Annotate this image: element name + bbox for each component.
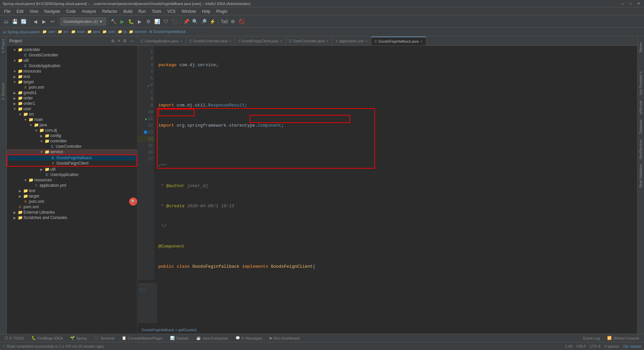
maven-panel-label[interactable]: Maven — [638, 40, 643, 55]
tree-item-28[interactable]: Xpom.xml — [7, 199, 137, 204]
search-popup-icon[interactable]: 🔍 — [129, 198, 137, 206]
tree-item-10[interactable]: ▶📁order1 — [7, 101, 137, 106]
tree-arrow-22[interactable]: ▶ — [39, 168, 44, 171]
tree-item-25[interactable]: Yapplication.yml — [7, 183, 137, 188]
indent-status[interactable]: 4 spaces — [604, 344, 619, 348]
tree-item-15[interactable]: ▼📁com.dj — [7, 128, 137, 133]
event-log-tab[interactable]: Event Log — [580, 336, 603, 341]
database-label[interactable]: Database — [638, 117, 643, 137]
menu-edit[interactable]: Edit — [14, 8, 26, 14]
stop-btn[interactable]: ⬛ — [171, 17, 179, 26]
code-content[interactable]: package com.dj.service; import com.dj.ut… — [154, 46, 637, 280]
tree-arrow-14[interactable]: ▼ — [28, 123, 34, 127]
run-config-dropdown[interactable]: GoodsApplication (1) ▼ — [60, 17, 106, 26]
ahkcode-label[interactable]: aHKcode — [638, 98, 643, 117]
tree-arrow-13[interactable]: ▼ — [23, 118, 28, 122]
tree-item-29[interactable]: Xpom.xml — [7, 204, 137, 210]
tree-arrow-31[interactable]: ▶ — [12, 216, 17, 220]
tree-arrow-9[interactable]: ▶ — [12, 96, 17, 100]
forward-btn[interactable]: ▶ — [40, 17, 48, 26]
pin-btn[interactable]: 📌 — [182, 17, 191, 26]
tree-arrow-19[interactable]: ▼ — [39, 150, 44, 154]
search-btn[interactable]: 🔍 — [191, 17, 199, 26]
terminal-tab[interactable]: ⬛ Terminal — [91, 335, 118, 341]
debug2-btn[interactable]: ⚙ — [145, 17, 153, 26]
jrebel-console-tab[interactable]: 🔁 JRebel Console — [604, 335, 643, 341]
menu-view[interactable]: View — [27, 8, 41, 14]
structure-panel-label[interactable]: 2: Structure — [1, 80, 6, 103]
messages-tab[interactable]: 💬 0: Messages — [232, 335, 266, 341]
bc-service[interactable]: 📁 service — [129, 30, 146, 34]
bc-com[interactable]: 📁 com — [102, 30, 115, 34]
tree-item-21[interactable]: IGoodsFeignClient — [7, 161, 137, 166]
bc-java[interactable]: 📁 java — [87, 30, 100, 34]
window-controls[interactable]: — □ ✕ — [620, 1, 641, 6]
encoding-status[interactable]: UTF-8 — [590, 344, 600, 348]
tree-item-27[interactable]: ▶📁target — [7, 193, 137, 199]
settings-btn[interactable]: ⚙ — [229, 17, 237, 26]
menu-navigate[interactable]: Navigate — [42, 8, 63, 14]
rest-services-label[interactable]: RestServices — [638, 137, 643, 162]
profile-btn[interactable]: 📊 — [153, 17, 161, 26]
tree-item-18[interactable]: CUserController — [7, 144, 137, 149]
bc-file[interactable]: ⚙ GoodsFeginfallback — [149, 30, 186, 34]
tab-close[interactable]: ✕ — [365, 39, 368, 43]
line-col-status[interactable]: 1:49 — [565, 344, 572, 348]
menu-file[interactable]: File — [1, 8, 13, 14]
tree-arrow-4[interactable]: ▼ — [12, 70, 17, 73]
tree-item-14[interactable]: ▼📁java — [7, 122, 137, 128]
tree-arrow-0[interactable]: ▼ — [12, 48, 17, 52]
tail-btn[interactable]: Tail — [220, 17, 228, 26]
tree-item-7[interactable]: Xpom.xml — [7, 85, 137, 90]
tab-close[interactable]: ✕ — [420, 40, 423, 43]
tree-item-17[interactable]: ▼📁controller — [7, 138, 137, 144]
tree-item-26[interactable]: ▶📁test — [7, 188, 137, 193]
tree-arrow-12[interactable]: ▼ — [17, 113, 23, 116]
menu-vcs[interactable]: VCS — [165, 8, 178, 14]
tab-user-application[interactable]: C UserApplication.java ✕ — [138, 37, 186, 45]
tree-item-8[interactable]: ▶📁goods1 — [7, 90, 137, 95]
close-button[interactable]: ✕ — [636, 1, 641, 6]
tree-item-9[interactable]: ▶📁order — [7, 95, 137, 101]
back-btn[interactable]: ◀ — [31, 17, 39, 26]
tree-arrow-10[interactable]: ▶ — [12, 102, 17, 105]
tree-item-22[interactable]: ▶📁util — [7, 167, 137, 172]
run2-btn[interactable]: ▶ — [136, 17, 144, 26]
tree-item-20[interactable]: CGoodsFeginfallback — [7, 155, 137, 161]
tab-goods-feginfallback[interactable]: C GoodsFeginfallback.java ✕ — [371, 37, 427, 45]
no-btn[interactable]: 🚫 — [238, 17, 246, 26]
tree-arrow-27[interactable]: ▶ — [17, 194, 23, 198]
bean-validation-label[interactable]: Bean Validation — [638, 162, 643, 190]
tree-arrow-2[interactable]: ▼ — [12, 59, 17, 62]
cover-btn[interactable]: 🛡 — [162, 17, 170, 26]
tree-item-30[interactable]: ▶📁External Libraries — [7, 210, 137, 215]
undo-btn[interactable]: ↩ — [49, 17, 57, 26]
bc-user[interactable]: 📁 user — [42, 30, 55, 34]
tree-arrow-5[interactable]: ▶ — [12, 75, 17, 79]
menu-refactor[interactable]: Refactor — [100, 8, 120, 14]
tab-user-controller[interactable]: C UserController.java ✕ — [286, 37, 332, 45]
tree-item-12[interactable]: ▼📁src — [7, 112, 137, 117]
project-icon[interactable]: 🗂 — [2, 17, 10, 26]
tab-close[interactable]: ✕ — [180, 39, 182, 43]
git-status[interactable]: Git: master — [623, 344, 641, 348]
tree-item-5[interactable]: ▶📁test — [7, 74, 137, 79]
menu-tools[interactable]: Tools — [149, 8, 164, 14]
tree-item-6[interactable]: ▼📁target — [7, 79, 137, 85]
console-maven-tab[interactable]: 📋 ConsoleMavenPlugin — [118, 335, 166, 341]
tab-close[interactable]: ✕ — [229, 39, 231, 43]
bc-spring-cloud[interactable]: 🗂 Spring-cloud-parent — [3, 30, 40, 34]
bc-main[interactable]: 📁 main — [71, 30, 85, 34]
debug-btn[interactable]: 🐛 — [127, 17, 135, 26]
add-icon[interactable]: ⊕ — [110, 38, 115, 44]
tree-item-1[interactable]: CGoodsController — [7, 52, 137, 58]
bc-dj[interactable]: 📁 dj — [118, 30, 126, 34]
tree-arrow-26[interactable]: ▶ — [17, 189, 23, 193]
tree-item-4[interactable]: ▼📁resources — [7, 69, 137, 74]
hide-icon[interactable]: — — [129, 38, 135, 44]
tree-item-3[interactable]: CGoodsApplication — [7, 63, 137, 69]
menu-analyze[interactable]: Analyze — [79, 8, 99, 14]
tree-item-0[interactable]: ▼📁controller — [7, 47, 137, 52]
save-btn[interactable]: 💾 — [11, 17, 19, 26]
tree-arrow-16[interactable]: ▶ — [39, 134, 44, 138]
